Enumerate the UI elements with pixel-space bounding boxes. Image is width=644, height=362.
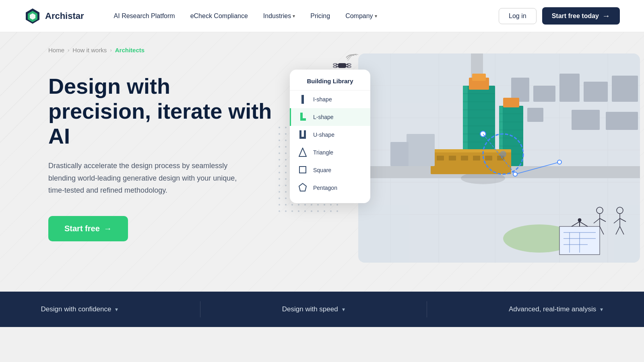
bl-item-i-shape[interactable]: I-shape xyxy=(290,90,370,108)
svg-rect-40 xyxy=(584,82,608,102)
bl-item-u-shape[interactable]: U-shape xyxy=(290,126,370,144)
svg-rect-38 xyxy=(533,86,555,102)
bl-item-triangle[interactable]: Triangle xyxy=(290,144,370,161)
i-shape-icon xyxy=(298,95,308,104)
svg-rect-39 xyxy=(559,74,580,102)
svg-rect-44 xyxy=(572,110,600,130)
hero-visual: Building Library I-shape xyxy=(290,62,596,263)
hero-cta-button[interactable]: Start free → xyxy=(48,216,128,241)
breadcrumb-sep-1: › xyxy=(68,47,69,53)
hero-text: Design with precision, iterate with AI D… xyxy=(48,62,274,241)
triangle-icon xyxy=(298,148,308,157)
footer-divider-1 xyxy=(200,301,200,317)
svg-rect-69 xyxy=(503,98,519,107)
features-footer-bar: Design with confidence ▾ Design with spe… xyxy=(0,292,644,327)
svg-rect-14 xyxy=(301,95,304,104)
svg-rect-76 xyxy=(485,156,492,160)
company-chevron: ▾ xyxy=(375,13,377,19)
feature-confidence[interactable]: Design with confidence ▾ xyxy=(41,305,118,313)
svg-rect-21 xyxy=(299,167,306,173)
svg-rect-43 xyxy=(527,108,543,122)
hero-cta-arrow: → xyxy=(104,224,112,233)
square-icon xyxy=(298,165,308,175)
nav-echeck[interactable]: eCheck Compliance xyxy=(185,9,254,23)
nav-company[interactable]: Company ▾ xyxy=(340,9,382,23)
svg-rect-41 xyxy=(612,76,638,102)
svg-point-86 xyxy=(557,160,561,164)
l-shape-icon xyxy=(298,112,308,122)
arrow-icon: → xyxy=(602,11,610,21)
svg-rect-73 xyxy=(449,156,456,160)
footer-divider-2 xyxy=(427,301,427,317)
feature-speed[interactable]: Design with speed ▾ xyxy=(282,305,345,313)
svg-rect-74 xyxy=(461,156,468,160)
nav-links: AI Research Platform eCheck Compliance I… xyxy=(108,9,499,23)
svg-point-81 xyxy=(500,151,506,157)
breadcrumb-sep-2: › xyxy=(110,47,111,53)
logo[interactable]: Archistar xyxy=(24,8,84,25)
nav-pricing[interactable]: Pricing xyxy=(305,9,336,23)
feature-analysis[interactable]: Advanced, real-time analysis ▾ xyxy=(509,305,603,313)
bl-item-l-shape[interactable]: L-shape xyxy=(290,108,370,126)
navbar: Archistar AI Research Platform eCheck Co… xyxy=(0,0,644,32)
hero-section: Home › How it works › Architects Design … xyxy=(0,32,644,292)
svg-rect-78 xyxy=(407,134,435,166)
hero-description: Drastically accelerate the design proces… xyxy=(48,160,250,197)
breadcrumb-how-it-works[interactable]: How it works xyxy=(72,47,107,53)
drone-icon xyxy=(326,49,358,82)
breadcrumb-architects: Architects xyxy=(115,47,144,53)
breadcrumb-home[interactable]: Home xyxy=(48,47,64,53)
svg-marker-22 xyxy=(299,183,306,191)
svg-rect-45 xyxy=(606,112,638,130)
nav-industries[interactable]: Industries ▾ xyxy=(258,9,301,23)
hero-title: Design with precision, iterate with AI xyxy=(48,74,274,148)
logo-icon xyxy=(24,8,41,25)
svg-marker-20 xyxy=(299,148,306,156)
analysis-chevron: ▾ xyxy=(600,306,603,313)
svg-rect-71 xyxy=(431,149,511,152)
login-button[interactable]: Log in xyxy=(499,8,537,24)
start-free-button[interactable]: Start free today → xyxy=(542,7,620,25)
pentagon-icon xyxy=(298,183,308,193)
nav-ai-research[interactable]: AI Research Platform xyxy=(108,9,181,23)
svg-rect-19 xyxy=(299,137,306,139)
svg-point-85 xyxy=(513,172,517,176)
svg-rect-60 xyxy=(472,74,486,81)
svg-point-108 xyxy=(578,218,581,222)
speed-chevron: ▾ xyxy=(342,306,345,313)
3d-city-map xyxy=(358,53,640,263)
svg-rect-79 xyxy=(390,142,409,166)
svg-rect-75 xyxy=(473,156,480,160)
bl-item-square[interactable]: Square xyxy=(290,161,370,179)
u-shape-icon xyxy=(298,130,308,140)
hero-content: Design with precision, iterate with AI D… xyxy=(0,62,644,292)
building-library-panel: Building Library I-shape xyxy=(290,70,370,203)
confidence-chevron: ▾ xyxy=(115,306,118,313)
svg-rect-72 xyxy=(437,156,444,160)
brand-name: Archistar xyxy=(45,11,84,21)
nav-actions: Log in Start free today → xyxy=(499,7,620,25)
bl-item-pentagon[interactable]: Pentagon xyxy=(290,179,370,197)
svg-rect-3 xyxy=(338,63,346,68)
svg-rect-16 xyxy=(300,118,306,121)
industries-chevron: ▾ xyxy=(293,13,295,19)
